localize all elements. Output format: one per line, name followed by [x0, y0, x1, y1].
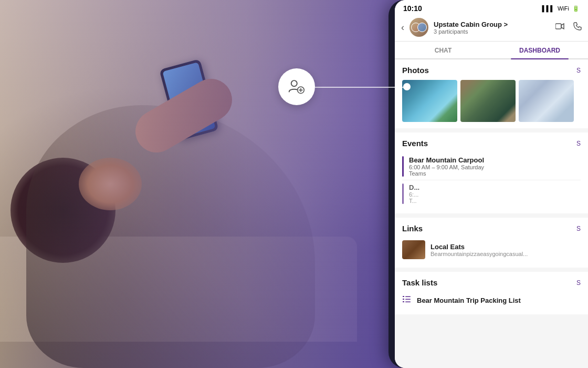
photos-title: Photos — [402, 66, 429, 75]
status-time: 10:10 — [403, 4, 422, 13]
event-item-1[interactable]: Bear Mountain Carpool 6:00 AM – 9:00 AM,… — [402, 153, 581, 180]
phone-device: 10:10 ▌▌▌ WiFi 🔋 ‹ Ups — [388, 0, 588, 368]
photos-section: Photos S — [395, 59, 588, 128]
tab-dashboard[interactable]: DASHBOARD — [491, 42, 588, 58]
signal-icon: ▌▌▌ — [542, 5, 554, 12]
app-header: ‹ Upstate Cabin Group > 3 participants — [395, 15, 588, 42]
group-info: Upstate Cabin Group > 3 participants — [434, 21, 550, 35]
svg-rect-4 — [555, 24, 561, 29]
svg-rect-5 — [403, 296, 404, 297]
header-actions — [555, 22, 582, 33]
event-accent-1 — [402, 156, 404, 177]
photos-action[interactable]: S — [576, 67, 581, 74]
svg-rect-7 — [403, 301, 404, 302]
event-item-2[interactable]: D... 6:... T... — [402, 180, 581, 207]
background-photo — [0, 0, 410, 368]
event-time-2: 6:... — [409, 191, 419, 198]
group-avatar — [410, 18, 428, 37]
task-lists-action[interactable]: S — [576, 279, 581, 287]
task-lists-section-header: Task lists S — [402, 278, 581, 287]
wifi-icon: WiFi — [558, 5, 569, 12]
phone-screen: 10:10 ▌▌▌ WiFi 🔋 ‹ Ups — [395, 0, 588, 368]
event-title-2: D... — [409, 183, 419, 191]
photo-item-3[interactable] — [519, 80, 574, 122]
photo-item-2[interactable] — [460, 80, 516, 122]
link-url-1: Bearmountainpizzaeasygoingcasual... — [430, 251, 528, 257]
events-section: Events S Bear Mountain Carpool 6:00 AM –… — [395, 132, 588, 213]
battery-icon: 🔋 — [572, 5, 580, 12]
event-accent-2 — [402, 183, 404, 204]
dashboard-content: Photos S Events S Bear Moun — [395, 59, 588, 368]
photos-section-header: Photos S — [402, 66, 581, 75]
task-list-icon — [402, 294, 412, 306]
links-section: Links S Local Eats Bearmountainpizzaeasy… — [395, 218, 588, 268]
group-avatar-image — [410, 18, 428, 37]
event-platform-2: T... — [409, 198, 419, 204]
svg-rect-8 — [405, 297, 411, 298]
link-title-1: Local Eats — [430, 243, 528, 251]
photos-row — [402, 80, 581, 122]
link-item-1[interactable]: Local Eats Bearmountainpizzaeasygoingcas… — [402, 238, 581, 261]
event-time-1: 6:00 AM – 9:00 AM, Saturday — [409, 164, 484, 170]
svg-rect-6 — [403, 299, 404, 300]
event-info-1: Bear Mountain Carpool 6:00 AM – 9:00 AM,… — [409, 156, 484, 177]
tab-chat-label: CHAT — [435, 47, 452, 54]
tab-bar: CHAT DASHBOARD — [395, 42, 588, 59]
status-bar: 10:10 ▌▌▌ WiFi 🔋 — [395, 0, 588, 15]
connector-dot — [403, 83, 411, 90]
svg-rect-10 — [405, 302, 411, 303]
links-action[interactable]: S — [576, 225, 581, 232]
link-thumbnail-1 — [402, 240, 425, 259]
task-lists-section: Task lists S Bear Mounta — [395, 272, 588, 314]
participants-count: 3 participants — [434, 28, 550, 35]
task-lists-title: Task lists — [402, 278, 437, 287]
task-item-1[interactable]: Bear Mountain Trip Packing List — [402, 292, 581, 308]
video-call-icon[interactable] — [555, 23, 565, 32]
group-name: Upstate Cabin Group > — [434, 21, 550, 28]
tab-chat[interactable]: CHAT — [395, 42, 491, 58]
event-info-2: D... 6:... T... — [409, 183, 419, 204]
events-section-header: Events S — [402, 139, 581, 148]
back-button[interactable]: ‹ — [401, 22, 404, 33]
phone-icon[interactable] — [573, 22, 582, 33]
events-action[interactable]: S — [576, 140, 581, 147]
links-title: Links — [402, 224, 423, 233]
connector-line — [315, 87, 404, 88]
add-people-icon — [287, 77, 307, 97]
svg-rect-9 — [405, 299, 411, 300]
event-platform-1: Teams — [409, 170, 484, 177]
event-title-1: Bear Mountain Carpool — [409, 156, 484, 164]
group-name-text: Upstate Cabin Group > — [434, 21, 508, 28]
events-title: Events — [402, 139, 428, 148]
tab-dashboard-label: DASHBOARD — [519, 47, 560, 54]
svg-point-0 — [291, 80, 297, 86]
task-title-1: Bear Mountain Trip Packing List — [417, 297, 521, 304]
links-section-header: Links S — [402, 224, 581, 233]
link-info-1: Local Eats Bearmountainpizzaeasygoingcas… — [430, 243, 528, 257]
add-participant-button[interactable] — [278, 68, 315, 105]
status-icons: ▌▌▌ WiFi 🔋 — [542, 5, 580, 12]
